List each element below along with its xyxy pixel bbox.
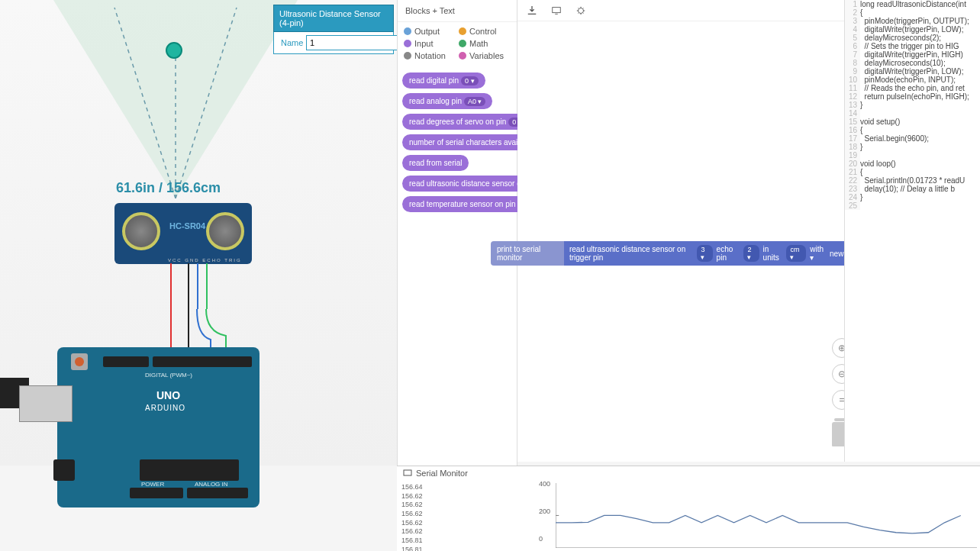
serial-plot: 400 200 0 [517, 480, 980, 551]
download-icon[interactable] [527, 5, 537, 16]
dot-icon [459, 40, 466, 47]
print-serial-block[interactable]: print to serial monitor read ultrasonic … [491, 241, 861, 266]
component-properties-panel: Ultrasonic Distance Sensor (4-pin) Name [273, 5, 394, 54]
workspace-toolbar [517, 0, 861, 21]
serial-monitor-panel: Serial Monitor 156.64156.62156.62156.621… [397, 466, 980, 551]
block-body[interactable]: read ultrasonic distance sensor on trigg… [564, 241, 861, 266]
code-line: 11 // Reads the echo pin, and ret [845, 84, 980, 92]
atmega-chip [140, 459, 239, 481]
digital-silk: DIGITAL (PWM~) [145, 372, 192, 379]
code-line: 15void setup() [845, 118, 980, 126]
block-list: read digital pin0 ▾read analog pinA0 ▾re… [398, 68, 517, 221]
reset-button[interactable] [71, 353, 88, 370]
axis-max: 400 [539, 480, 550, 488]
category-output[interactable]: Output [404, 27, 456, 36]
palette-block[interactable]: read degrees of servo on pin0 ▾ [402, 114, 533, 130]
monitor-icon[interactable] [551, 5, 562, 16]
serial-log[interactable]: 156.64156.62156.62156.62156.62156.62156.… [397, 482, 517, 551]
dot-icon [404, 52, 411, 60]
units-dropdown[interactable]: cm ▾ [786, 245, 806, 262]
category-math[interactable]: Math [459, 39, 511, 48]
wire-trig[interactable] [206, 263, 208, 309]
code-line: 17 Serial.begin(9600); [845, 134, 980, 143]
name-label: Name [277, 38, 306, 47]
code-line: 5 delayMicroseconds(2); [845, 34, 980, 42]
uno-logo: UNO [156, 389, 180, 401]
dot-icon [404, 40, 411, 47]
code-line: 6 // Sets the trigger pin to HIG [845, 42, 980, 50]
name-property-row: Name [273, 32, 394, 54]
digital-header-2[interactable] [153, 356, 252, 367]
code-line: 14 [845, 109, 980, 118]
svg-rect-3 [553, 7, 561, 12]
palette-block[interactable]: read from serial [402, 155, 469, 171]
code-line: 1long readUltrasonicDistance(int [845, 0, 980, 8]
block-categories: Output Control Input Math Notation Varia… [398, 22, 517, 68]
palette-block[interactable]: read analog pinA0 ▾ [402, 93, 492, 109]
properties-title: Ultrasonic Distance Sensor (4-pin) [273, 5, 394, 32]
code-line: 20void loop() [845, 160, 980, 168]
sensor-transducer-right [206, 212, 244, 250]
sensor-transducer-left [122, 212, 160, 250]
code-line: 13} [845, 101, 980, 109]
code-line: 19 [845, 151, 980, 160]
dot-icon [404, 27, 411, 35]
dot-icon [459, 27, 466, 35]
power-header[interactable] [130, 488, 183, 498]
code-panel[interactable]: 1long readUltrasonicDistance(int2{3 pinM… [844, 0, 980, 462]
svg-rect-5 [404, 470, 411, 475]
echo-pin-dropdown[interactable]: 2 ▾ [743, 245, 759, 262]
power-silk: POWER [141, 481, 164, 488]
editor-mode-tab[interactable]: Blocks + Text [398, 0, 517, 22]
sensor-model-label: HC-SR04 [169, 221, 205, 230]
code-line: 4 digitalWrite(triggerPin, LOW); [845, 25, 980, 34]
block-palette: Blocks + Text Output Control Input Math … [397, 0, 517, 466]
sensor-pin-labels: VCC GND ECHO TRIG [168, 258, 242, 263]
simulation-canvas[interactable]: 61.6in / 156.6cm HC-SR04 VCC GND ECHO TR… [0, 0, 397, 466]
arduino-uno-component[interactable]: DIGITAL (PWM~) UNO ARDUINO POWER ANALOG … [57, 347, 260, 508]
analog-silk: ANALOG IN [195, 481, 228, 488]
category-control[interactable]: Control [459, 27, 511, 36]
ultrasonic-sensor-component[interactable]: HC-SR04 VCC GND ECHO TRIG [114, 203, 252, 264]
code-line: 7 digitalWrite(triggerPin, HIGH) [845, 50, 980, 59]
category-notation[interactable]: Notation [404, 51, 456, 60]
arduino-brand: ARDUINO [145, 404, 185, 412]
plot-line [556, 483, 977, 548]
code-line: 22 Serial.println(0.01723 * readU [845, 176, 980, 185]
code-line: 25 [845, 201, 980, 210]
code-line: 9 digitalWrite(triggerPin, LOW); [845, 67, 980, 76]
code-line: 10 pinMode(echoPin, INPUT); [845, 76, 980, 84]
code-line: 2{ [845, 8, 980, 17]
palette-block[interactable]: read digital pin0 ▾ [402, 72, 485, 89]
category-variables[interactable]: Variables [459, 51, 511, 60]
digital-header-1[interactable] [103, 356, 149, 367]
code-line: 3 pinMode(triggerPin, OUTPUT); [845, 17, 980, 25]
code-line: 24} [845, 193, 980, 201]
dot-icon [459, 52, 466, 60]
svg-point-4 [579, 8, 584, 13]
axis-mid: 200 [539, 508, 550, 515]
block-head[interactable]: print to serial monitor [491, 241, 564, 266]
debug-icon[interactable] [575, 5, 586, 16]
blocks-workspace[interactable]: print to serial monitor read ultrasonic … [517, 0, 861, 462]
serial-header[interactable]: Serial Monitor [403, 469, 468, 478]
distance-readout: 61.6in / 156.6cm [116, 180, 221, 196]
code-line: 21{ [845, 168, 980, 176]
category-input[interactable]: Input [404, 39, 456, 48]
code-line: 23 delay(10); // Delay a little b [845, 185, 980, 193]
code-line: 18} [845, 143, 980, 151]
axis-min: 0 [539, 535, 543, 543]
usb-port [19, 385, 73, 422]
analog-header[interactable] [187, 488, 248, 498]
code-line: 12 return pulseIn(echoPin, HIGH); [845, 92, 980, 101]
code-line: 16{ [845, 126, 980, 134]
serial-icon [403, 469, 412, 478]
power-jack [53, 459, 75, 481]
wire-echo[interactable] [197, 263, 198, 309]
trigger-pin-dropdown[interactable]: 3 ▾ [697, 245, 712, 262]
target-object[interactable] [166, 42, 182, 59]
code-line: 8 delayMicroseconds(10); [845, 59, 980, 67]
